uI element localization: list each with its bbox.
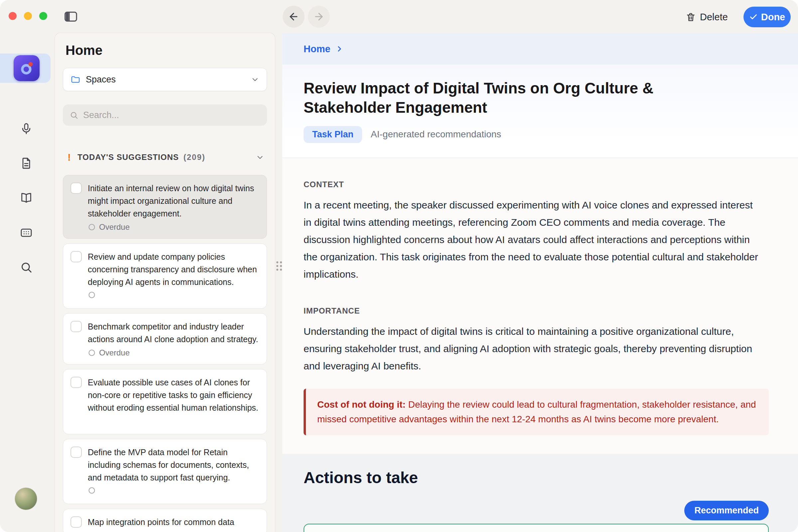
arrow-left-icon [288,11,299,22]
cost-warning-callout: Cost of not doing it: Delaying the revie… [304,389,769,435]
task-checkbox[interactable] [71,446,82,458]
trash-icon [686,12,696,22]
spaces-label: Spaces [86,75,245,85]
folder-icon [71,75,80,84]
task-status: Overdue [88,223,259,232]
app-logo[interactable] [14,55,40,81]
back-button[interactable] [283,6,305,27]
forward-button[interactable] [308,6,330,27]
sidebar-toggle-icon[interactable] [63,9,78,24]
proposal-card[interactable]: PROPOSAL [304,524,769,532]
page-title: Review Impact of Digital Twins on Org Cu… [304,78,726,117]
task-details: CONTEXT In a recent meeting, the speaker… [282,158,798,454]
recommended-badge[interactable]: Recommended [684,501,769,520]
importance-heading: IMPORTANCE [304,306,769,316]
task-body: Define the MVP data model for Retain inc… [88,446,259,497]
importance-paragraph: Understanding the impact of digital twin… [304,323,763,375]
grid-nav-icon[interactable] [20,226,33,240]
document-nav-icon[interactable] [20,157,33,170]
task-checkbox[interactable] [71,183,82,194]
task-card[interactable]: Define the MVP data model for Retain inc… [63,439,267,504]
delete-button-label: Delete [700,12,728,23]
user-avatar[interactable] [15,488,37,510]
actions-heading: Actions to take [304,469,769,487]
badge-row: Task Plan AI-generated recommendations [304,126,769,143]
breadcrumb: Home [282,33,798,64]
task-checkbox[interactable] [71,251,82,262]
delete-button[interactable]: Delete [686,8,728,25]
actions-section: Actions to take Recommended PROPOSAL [282,454,798,532]
library-nav-icon[interactable] [20,191,33,205]
search-icon [70,111,78,120]
task-status [88,487,259,494]
task-checkbox[interactable] [71,516,82,528]
panel-resize-handle[interactable] [275,258,283,274]
main-content: Home Review Impact of Digital Twins on O… [282,33,798,532]
title-bar: Delete Done [0,0,798,33]
ai-generated-caption: AI-generated recommendations [371,129,501,140]
suggestions-title: TODAY'S SUGGESTIONS [77,153,179,162]
task-text: Review and update company policies conce… [88,250,259,288]
task-card[interactable]: Map integration points for common data [63,509,267,532]
spaces-dropdown[interactable]: Spaces [63,68,267,91]
task-text: Define the MVP data model for Retain inc… [88,446,259,484]
done-button-label: Done [761,12,785,23]
task-text: Benchmark competitor and industry leader… [88,320,259,345]
close-window-button[interactable] [8,12,17,20]
chevron-right-icon [335,44,344,53]
clock-icon [88,291,96,299]
task-plan-badge[interactable]: Task Plan [304,126,362,143]
search-input[interactable] [83,110,260,120]
task-card[interactable]: Review and update company policies conce… [63,243,267,308]
microphone-nav-icon[interactable] [20,122,33,135]
search-nav-icon[interactable] [20,261,33,274]
task-checkbox[interactable] [71,377,82,388]
task-body: Benchmark competitor and industry leader… [88,320,259,358]
clock-icon [88,349,96,357]
app-logo-icon [18,59,35,77]
clock-icon [88,487,96,494]
task-body: Map integration points for common data [88,516,259,528]
alert-exclamation-icon: ! [65,152,73,163]
suggestions-count: (209) [184,153,206,162]
task-body: Review and update company policies conce… [88,250,259,302]
task-checkbox[interactable] [71,321,82,332]
task-text: Map integration points for common data [88,516,259,528]
chevron-down-icon [256,153,264,162]
clock-icon [88,223,96,231]
chevron-down-icon [251,75,259,84]
task-card[interactable]: Evaluate possible use cases of AI clones… [63,369,267,434]
maximize-window-button[interactable] [39,12,47,20]
task-status: Overdue [88,348,259,358]
arrow-right-icon [313,11,324,22]
done-button[interactable]: Done [743,7,791,27]
window-controls [8,12,47,20]
context-heading: CONTEXT [304,180,769,189]
icon-rail [0,33,55,532]
task-body: Initiate an internal review on how digit… [88,182,259,232]
context-paragraph: In a recent meeting, the speaker discuss… [304,196,763,283]
check-icon [749,13,758,21]
task-header: Review Impact of Digital Twins on Org Cu… [282,64,798,158]
task-text: Evaluate possible use cases of AI clones… [88,376,259,414]
suggestions-list: Initiate an internal review on how digit… [63,175,267,532]
breadcrumb-home-link[interactable]: Home [304,43,330,55]
task-status-label: Overdue [99,223,130,232]
task-body: Evaluate possible use cases of AI clones… [88,376,259,427]
panel-title: Home [63,43,267,58]
sidebar-search[interactable] [63,104,267,126]
suggestions-section-header[interactable]: ! TODAY'S SUGGESTIONS (209) [63,152,267,163]
app-window: Delete Done [0,0,798,532]
warning-lead: Cost of not doing it: [317,399,406,410]
recommended-row: Recommended [304,501,769,520]
task-text: Initiate an internal review on how digit… [88,182,259,220]
task-status [88,291,259,299]
home-sidebar-panel: Home Spaces ! TODAY'S SUGGESTIONS (209) [55,33,275,532]
task-status-label: Overdue [99,348,130,358]
minimize-window-button[interactable] [24,12,32,20]
task-card[interactable]: Benchmark competitor and industry leader… [63,313,267,364]
task-card[interactable]: Initiate an internal review on how digit… [63,175,267,239]
